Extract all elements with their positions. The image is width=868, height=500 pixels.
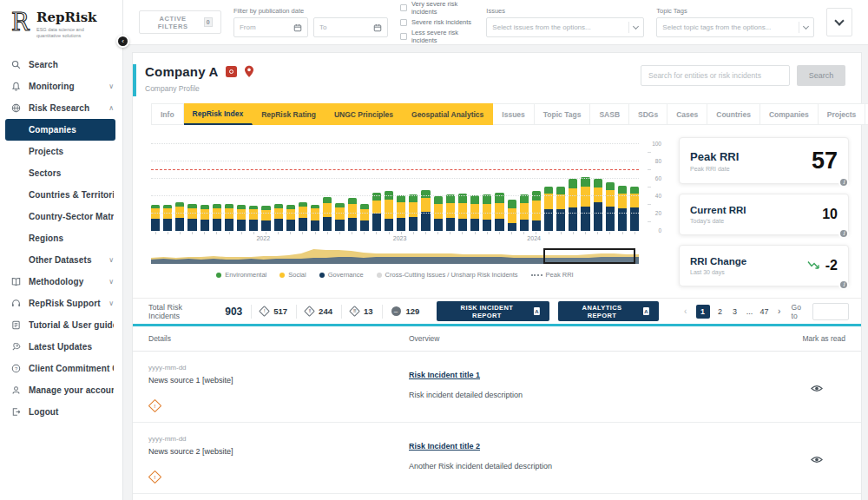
sidebar-item-methodology[interactable]: Methodology∨: [0, 271, 122, 293]
date-to-input[interactable]: [319, 23, 367, 31]
flagged-company-icon[interactable]: [226, 66, 237, 77]
rri-bar[interactable]: [495, 193, 503, 231]
legend-governance[interactable]: Governance: [319, 271, 364, 279]
rri-bar[interactable]: [581, 177, 589, 231]
rri-bar[interactable]: [630, 187, 639, 231]
rri-bar[interactable]: [544, 187, 553, 231]
sidebar-item-tutorial-user-guides[interactable]: Tutorial & User guides: [0, 314, 122, 336]
rri-bar[interactable]: [360, 204, 369, 231]
sidebar-item-countries-territories[interactable]: Countries & Territories: [0, 184, 122, 206]
sidebar-item-logout[interactable]: Logout: [0, 401, 122, 423]
rri-bar[interactable]: [261, 206, 270, 231]
rri-bar[interactable]: [348, 198, 357, 231]
checkbox-icon[interactable]: [400, 19, 407, 26]
legend-environmental[interactable]: Environmental: [216, 271, 266, 279]
analytics-report-button[interactable]: ANALYTICS REPORT A: [558, 301, 658, 321]
goto-page-input[interactable]: [812, 303, 849, 320]
checkbox-severe[interactable]: Severe risk incidents: [400, 18, 474, 26]
info-icon[interactable]: i: [838, 280, 849, 290]
info-icon[interactable]: i: [838, 228, 849, 239]
rri-bar[interactable]: [163, 205, 172, 231]
severity-1-count[interactable]: !517: [260, 306, 287, 316]
sidebar-item-other-datasets[interactable]: Other Datasets∨: [0, 249, 122, 271]
checkbox-very-severe[interactable]: Very severe risk incidents: [400, 0, 474, 16]
info-icon[interactable]: i: [838, 177, 849, 188]
tab-issues[interactable]: Issues: [493, 103, 534, 125]
issues-select[interactable]: Select issues from the options...: [486, 17, 644, 37]
rri-bar[interactable]: [594, 179, 602, 231]
sidebar-item-projects[interactable]: Projects: [0, 141, 122, 162]
legend-social[interactable]: Social: [279, 271, 306, 279]
rri-bar[interactable]: [372, 193, 381, 231]
page-2[interactable]: 2: [716, 307, 725, 316]
risk-incident-report-button[interactable]: RISK INCIDENT REPORT A: [437, 301, 549, 321]
page-47[interactable]: 47: [760, 307, 769, 316]
topic-tags-select[interactable]: Select topic tags from the options...: [656, 17, 814, 37]
rri-bar[interactable]: [606, 182, 615, 231]
date-to-field[interactable]: [313, 17, 388, 37]
next-page-button[interactable]: ›: [775, 306, 784, 316]
rri-bar[interactable]: [569, 179, 577, 231]
prev-page-button[interactable]: ‹: [681, 306, 690, 316]
rri-bar[interactable]: [151, 205, 160, 231]
filterbar-collapse-button[interactable]: [826, 8, 852, 36]
rri-bar[interactable]: [385, 191, 393, 231]
sidebar-item-reprisk-support[interactable]: RepRisk Support∨: [0, 293, 122, 314]
rri-bar[interactable]: [237, 205, 246, 231]
rri-bar[interactable]: [249, 206, 258, 231]
navigator-brush-handle[interactable]: [543, 248, 635, 264]
unsharp-incidents-count[interactable]: –129: [391, 306, 420, 316]
sidebar-item-search[interactable]: Search: [0, 54, 122, 76]
tab-companies[interactable]: Companies: [760, 103, 819, 125]
rri-bar[interactable]: [225, 204, 233, 231]
severity-3-count[interactable]: !!!13: [351, 306, 373, 316]
incident-title-link[interactable]: Risk Incident title 2: [409, 442, 480, 451]
tab-topic-tags[interactable]: Topic Tags: [535, 103, 591, 125]
sidebar-item-regions[interactable]: Regions: [0, 227, 122, 249]
legend-peak-rri[interactable]: Peak RRI: [531, 271, 574, 279]
logo[interactable]: R RepRisk ESG data science and quantitat…: [0, 0, 122, 50]
rri-bar[interactable]: [274, 204, 283, 231]
tab-sasb[interactable]: SASB: [590, 103, 629, 125]
sidebar-item-latest-updates[interactable]: Latest Updates: [0, 336, 122, 358]
entity-search-input[interactable]: [641, 65, 790, 86]
rri-bar[interactable]: [618, 186, 627, 231]
tab-projects[interactable]: Projects: [819, 103, 866, 125]
calendar-icon[interactable]: [293, 23, 302, 32]
rri-bar[interactable]: [323, 197, 332, 231]
sidebar-item-monitoring[interactable]: Monitoring∨: [0, 76, 122, 97]
sidebar-item-companies[interactable]: Companies: [5, 119, 115, 141]
sidebar-collapse-button[interactable]: ‹: [116, 35, 129, 48]
legend-cross-cutting-issues-unsharp-risk-incidents[interactable]: Cross-Cutting Issues / Unsharp Risk Inci…: [377, 271, 518, 279]
rri-bar[interactable]: [556, 187, 565, 231]
tab-countries[interactable]: Countries: [707, 103, 760, 125]
mark-as-read-eye-icon[interactable]: [811, 385, 823, 392]
tab-reprisk-rating[interactable]: RepRisk Rating: [253, 103, 326, 125]
tab-reprisk-index[interactable]: RepRisk Index: [184, 103, 253, 125]
location-pin-icon[interactable]: [244, 65, 254, 78]
sidebar-item-country-sector-matrix[interactable]: Country-Sector Matrix: [0, 206, 122, 227]
sidebar-item-manage-your-account[interactable]: Manage your account: [0, 379, 122, 401]
rri-bar[interactable]: [286, 205, 295, 231]
incident-title-link[interactable]: Risk Incident title 1: [409, 371, 480, 379]
tab-ungc-principles[interactable]: UNGC Principles: [326, 103, 403, 125]
date-from-field[interactable]: [233, 17, 308, 37]
sidebar-item-sectors[interactable]: Sectors: [0, 162, 122, 184]
mark-as-read-eye-icon[interactable]: [811, 456, 823, 464]
rri-bar[interactable]: [532, 191, 541, 231]
rri-bar[interactable]: [187, 204, 196, 231]
tab-sdgs[interactable]: SDGs: [629, 103, 667, 125]
page-3[interactable]: 3: [731, 307, 740, 316]
rri-bar[interactable]: [508, 200, 516, 231]
sidebar-item-risk-research[interactable]: Risk Research∧: [0, 97, 122, 119]
rri-bar[interactable]: [201, 205, 209, 231]
checkbox-less-severe[interactable]: Less severe risk incidents: [400, 29, 474, 44]
rri-bar[interactable]: [299, 202, 307, 231]
rri-bar[interactable]: [175, 202, 184, 231]
chart-navigator[interactable]: [151, 248, 639, 264]
active-filters-button[interactable]: ACTIVE FILTERS 0: [139, 10, 221, 34]
tab-info[interactable]: Info: [151, 103, 184, 125]
sidebar-item-client-commitment-charter[interactable]: ?Client Commitment Charter: [0, 358, 122, 379]
date-from-input[interactable]: [240, 23, 287, 31]
tab-geospatial-analytics[interactable]: Geospatial Analytics: [403, 103, 493, 125]
